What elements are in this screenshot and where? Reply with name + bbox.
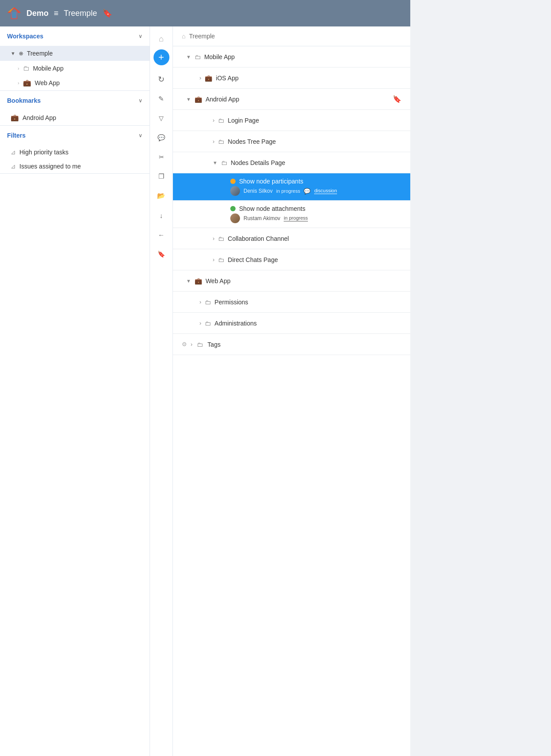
main-layout: Workspaces ∨ ▼ ⎈ Treemple › 🗀 Mobile App…: [0, 26, 410, 756]
sidebar-item-web-app[interactable]: › 💼 Web App: [0, 75, 150, 90]
bookmarks-header[interactable]: Bookmarks ∨: [0, 91, 150, 110]
folder-nodes-tree-icon: 🗀: [218, 138, 224, 145]
ios-app-tree-label: iOS App: [216, 75, 238, 82]
chat-icon-participants: 💬: [304, 188, 311, 195]
workspaces-title: Workspaces: [7, 33, 43, 40]
folder-button[interactable]: 📂: [153, 187, 170, 205]
status-dot-yellow: [230, 179, 236, 184]
mobile-app-tree-label: Mobile App: [204, 53, 235, 60]
chevron-tags: ›: [191, 341, 192, 348]
tree-row-permissions[interactable]: › 🗀 Permissions: [173, 292, 410, 313]
tree-row-tags[interactable]: ⚙ › 🗀 Tags: [173, 334, 410, 355]
discussion-badge[interactable]: discussion: [314, 188, 337, 194]
bookmarks-title: Bookmarks: [7, 97, 41, 104]
tree-row-mobile-app[interactable]: ▼ 🗀 Mobile App: [173, 46, 410, 67]
collapse-icon: ▼: [11, 51, 15, 56]
collaboration-channel-label: Collaboration Channel: [228, 235, 289, 242]
tree-row-android-app[interactable]: ▼ 💼 Android App 🔖: [173, 89, 410, 110]
tree-row-collaboration-channel[interactable]: › 🗀 Collaboration Channel: [173, 228, 410, 249]
down-button[interactable]: ↓: [153, 206, 170, 224]
app-name: Demo: [26, 9, 49, 18]
svg-marker-1: [14, 7, 20, 12]
suitcase-ios-icon: 💼: [205, 75, 212, 82]
nodes-tree-page-label: Nodes Tree Page: [228, 138, 276, 145]
sidebar-item-android-app[interactable]: 💼 Android App: [0, 110, 150, 125]
folder-collaboration-icon: 🗀: [218, 235, 224, 242]
tree-row-login-page[interactable]: › 🗀 Login Page: [173, 110, 410, 131]
filter-button[interactable]: ▽: [153, 109, 170, 127]
home-button[interactable]: ⌂: [153, 30, 170, 48]
permissions-label: Permissions: [214, 299, 248, 306]
icon-sidebar: ⌂ + ↻ ✎ ▽ 💬 ✂ ❐ 📂 ↓ ← 🔖: [150, 26, 173, 756]
suitcase-icon: 💼: [23, 79, 31, 87]
tree-row-ios-app[interactable]: › 💼 iOS App: [173, 67, 410, 89]
in-progress-badge-attachments: in progress: [284, 215, 307, 221]
mobile-app-label: Mobile App: [33, 65, 64, 72]
android-app-label: Android App: [22, 114, 56, 121]
sidebar-item-treemple[interactable]: ▼ ⎈ Treemple: [0, 46, 150, 61]
direct-chats-page-label: Direct Chats Page: [228, 256, 278, 263]
filters-chevron: ∨: [139, 132, 142, 138]
tree-row-direct-chats-page[interactable]: › 🗀 Direct Chats Page: [173, 249, 410, 270]
tags-label: Tags: [207, 341, 221, 348]
chevron-administrations: ›: [199, 320, 201, 326]
nodes-details-page-label: Nodes Details Page: [231, 159, 285, 166]
folder-mobile-app-icon: 🗀: [195, 53, 201, 60]
bookmarks-section: Bookmarks ∨ 💼 Android App: [0, 91, 150, 126]
folder-administrations-icon: 🗀: [205, 320, 211, 327]
suitcase-web-app-icon: 💼: [195, 277, 202, 284]
add-button[interactable]: +: [154, 49, 169, 65]
sidebar-item-mobile-app[interactable]: › 🗀 Mobile App: [0, 61, 150, 75]
filter2-label: Issues assigned to me: [19, 163, 81, 170]
tree-row-nodes-details-page[interactable]: ▼ 🗀 Nodes Details Page: [173, 152, 410, 173]
folder-direct-chats-icon: 🗀: [218, 256, 224, 263]
expand-icon: ›: [18, 66, 19, 71]
suitcase-android-icon: 💼: [195, 96, 202, 103]
filters-section: Filters ∨ ⊿ High priority tasks ⊿ Issues…: [0, 126, 150, 174]
menu-icon[interactable]: ≡: [54, 9, 59, 18]
tree-row-nodes-tree-page[interactable]: › 🗀 Nodes Tree Page: [173, 131, 410, 152]
left-button[interactable]: ←: [153, 226, 170, 243]
show-node-attachments-label: Show node attachments: [239, 205, 305, 212]
treemple-label: Treemple: [27, 50, 53, 57]
folder-icon: 🗀: [23, 64, 30, 72]
workspace-name: Treemple: [64, 9, 97, 18]
filter-assigned-to-me[interactable]: ⊿ Issues assigned to me: [0, 159, 150, 173]
app-logo: [7, 6, 21, 20]
folder-nodes-details-icon: 🗀: [221, 159, 227, 166]
topbar-bookmark-icon[interactable]: 🔖: [102, 8, 112, 18]
copy-button[interactable]: ❐: [153, 168, 170, 185]
chevron-ios-app: ›: [199, 75, 201, 81]
folder-login-icon: 🗀: [218, 117, 224, 124]
filter-icon-2: ⊿: [11, 163, 16, 170]
bookmarks-chevron: ∨: [139, 97, 142, 104]
workspaces-header[interactable]: Workspaces ∨: [0, 26, 150, 46]
svg-marker-3: [11, 12, 18, 19]
settings-icon-tags: ⚙: [182, 341, 187, 348]
task-row-show-node-attachments[interactable]: Show node attachments Rustam Akimov in p…: [173, 201, 410, 228]
assignee-name-participants: Denis Silkov: [244, 188, 273, 194]
edit-button[interactable]: ✎: [153, 90, 170, 108]
filters-title: Filters: [7, 132, 26, 139]
chat-button[interactable]: 💬: [153, 129, 170, 146]
bookmark-button[interactable]: 🔖: [153, 245, 170, 263]
chevron-nodes-details-page: ▼: [213, 160, 217, 165]
assignee-name-attachments: Rustam Akimov: [244, 215, 280, 221]
scissors-button[interactable]: ✂: [153, 148, 170, 166]
task-top-attachments: Show node attachments: [230, 205, 401, 212]
tree-row-web-app[interactable]: ▼ 💼 Web App: [173, 270, 410, 292]
filters-header[interactable]: Filters ∨: [0, 126, 150, 145]
refresh-button[interactable]: ↻: [153, 71, 170, 88]
chevron-permissions: ›: [199, 299, 201, 305]
task-row-show-node-participants[interactable]: Show node participants Denis Silkov in p…: [173, 173, 410, 201]
chevron-mobile-app: ▼: [186, 54, 191, 60]
android-bookmark-icon: 🔖: [393, 95, 401, 103]
sidebar: Workspaces ∨ ▼ ⎈ Treemple › 🗀 Mobile App…: [0, 26, 150, 756]
android-app-tree-label: Android App: [206, 96, 239, 103]
avatar-rustam: [230, 213, 240, 223]
chevron-direct-chats-page: ›: [213, 256, 214, 263]
tree-row-administrations[interactable]: › 🗀 Administrations: [173, 313, 410, 334]
content-area: ⌂ + ↻ ✎ ▽ 💬 ✂ ❐ 📂 ↓ ← 🔖 ⌂ Treemple ▼ 🗀: [150, 26, 410, 756]
show-node-participants-label: Show node participants: [239, 178, 304, 185]
filter-high-priority[interactable]: ⊿ High priority tasks: [0, 145, 150, 159]
